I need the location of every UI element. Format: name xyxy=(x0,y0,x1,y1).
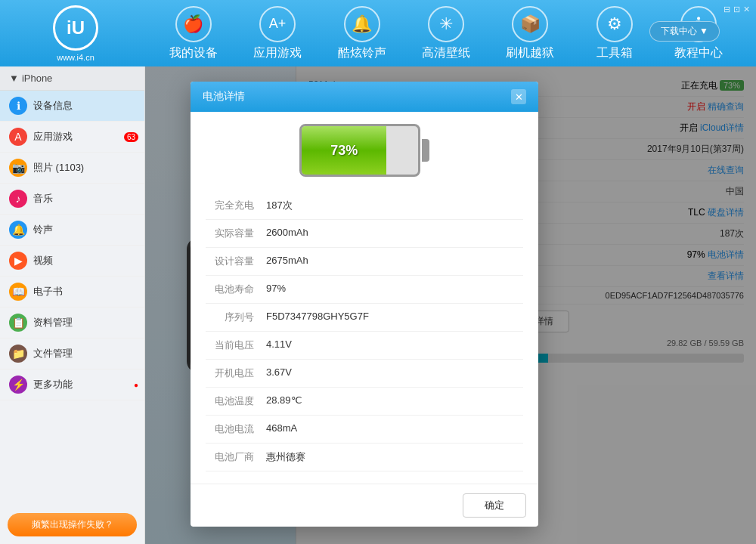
wallpaper-icon: ✳ xyxy=(428,6,464,42)
logo-icon: iU xyxy=(53,5,98,51)
nav-label-device: 我的设备 xyxy=(169,45,218,61)
detail-row-design-cap: 设计容量 2675mAh xyxy=(206,248,523,276)
logo-area: iU www.i4.cn xyxy=(8,5,144,62)
device-info-icon: ℹ xyxy=(9,97,27,115)
photos-icon: 📷 xyxy=(9,159,27,177)
nav-my-device[interactable]: 🍎 我的设备 xyxy=(163,6,224,61)
confirm-button[interactable]: 确定 xyxy=(463,493,526,518)
sidebar-item-ebook[interactable]: 📖 电子书 xyxy=(0,277,144,308)
bell-icon: 🔔 xyxy=(344,6,380,42)
detail-row-serial: 序列号 F5D7347798GHY5G7F xyxy=(206,304,523,332)
content-area: 5211a) 正在充电 73% Apple ID锁 开启 精确查询 iCloud… xyxy=(145,66,756,544)
close-icon[interactable]: ✕ xyxy=(743,5,750,14)
sidebar-item-file-mgr[interactable]: 📁 文件管理 xyxy=(0,338,144,369)
top-bar: ⊟ ⊡ ✕ iU www.i4.cn 🍎 我的设备 A+ 应用游戏 🔔 酷炫铃声… xyxy=(0,0,756,66)
device-label: ▼ iPhone xyxy=(0,66,144,91)
music-icon: ♪ xyxy=(9,190,27,208)
nav-flash[interactable]: 📦 刷机越狱 xyxy=(500,6,560,61)
nav-label-ringtones: 酷炫铃声 xyxy=(338,45,386,61)
nav-wallpaper[interactable]: ✳ 高清壁纸 xyxy=(416,6,476,61)
nav-tools[interactable]: ⚙ 工具箱 xyxy=(584,6,645,61)
modal-close-button[interactable]: ✕ xyxy=(511,89,526,104)
sidebar-item-device-info[interactable]: ℹ 设备信息 xyxy=(0,91,144,122)
detail-row-boot-voltage: 开机电压 3.67V xyxy=(206,360,523,388)
ebook-icon: 📖 xyxy=(9,283,27,301)
file-mgr-icon: 📁 xyxy=(9,345,27,363)
nav-label-flash: 刷机越狱 xyxy=(506,45,554,61)
chevron-down-icon: ▼ xyxy=(9,73,19,84)
nav-apps[interactable]: A+ 应用游戏 xyxy=(247,6,308,61)
battery-tip xyxy=(422,139,429,162)
nav-label-apps: 应用游戏 xyxy=(253,45,302,61)
more-badge: ● xyxy=(134,381,138,389)
nav-label-wallpaper: 高清壁纸 xyxy=(422,45,470,61)
download-label: 下载中心 ▼ xyxy=(661,25,708,38)
sidebar-item-data-mgr[interactable]: 📋 资料管理 xyxy=(0,308,144,338)
video-icon: ▶ xyxy=(9,252,27,270)
sidebar-item-photos[interactable]: 📷 照片 (1103) xyxy=(0,153,144,184)
modal-title: 电池详情 xyxy=(203,90,245,104)
sidebar-item-ringtone[interactable]: 🔔 铃声 xyxy=(0,215,144,246)
sidebar: ▼ iPhone ℹ 设备信息 A 应用游戏 63 📷 照片 (1103) ♪ … xyxy=(0,66,145,544)
modal-footer: 确定 xyxy=(191,484,538,527)
sidebar-item-apps[interactable]: A 应用游戏 63 xyxy=(0,122,144,153)
logo-subtitle: www.i4.cn xyxy=(57,53,94,62)
data-mgr-icon: 📋 xyxy=(9,314,27,332)
nav-label-tutorials: 教程中心 xyxy=(674,45,723,61)
sidebar-item-music[interactable]: ♪ 音乐 xyxy=(0,184,144,215)
apps-icon: A xyxy=(9,128,27,146)
battery-visual: 73% xyxy=(206,124,523,177)
app-icon: A+ xyxy=(259,6,296,42)
window-controls: ⊟ ⊡ ✕ xyxy=(723,5,750,14)
modal-header: 电池详情 ✕ xyxy=(191,82,538,112)
detail-row-voltage: 当前电压 4.11V xyxy=(206,332,523,360)
ringtone-icon: 🔔 xyxy=(9,221,27,239)
detail-row-temp: 电池温度 28.89℃ xyxy=(206,388,523,416)
nav-ringtones[interactable]: 🔔 酷炫铃声 xyxy=(332,6,392,61)
sidebar-bottom: 频繁出现操作失败？ xyxy=(0,505,144,544)
main-layout: ▼ iPhone ℹ 设备信息 A 应用游戏 63 📷 照片 (1103) ♪ … xyxy=(0,66,756,544)
gear-icon: ⚙ xyxy=(596,6,633,42)
battery-outer: 73% xyxy=(299,124,420,177)
battery-percentage: 73% xyxy=(330,143,358,159)
modal-body: 73% 完全充电 187次 实际容量 2600mAh xyxy=(191,112,538,484)
detail-row-actual-cap: 实际容量 2600mAh xyxy=(206,220,523,248)
battery-detail-modal: 电池详情 ✕ 73% 完全充电 xyxy=(191,82,538,527)
trouble-button[interactable]: 频繁出现操作失败？ xyxy=(8,513,137,536)
nav-label-tools: 工具箱 xyxy=(596,45,633,61)
sidebar-item-video[interactable]: ▶ 视频 xyxy=(0,246,144,277)
apps-badge: 63 xyxy=(124,132,138,142)
battery-fill: 73% xyxy=(302,126,386,175)
detail-row-manufacturer: 电池厂商 惠州德赛 xyxy=(206,444,523,471)
detail-row-full-charge: 完全充电 187次 xyxy=(206,192,523,220)
sidebar-item-more[interactable]: ⚡ 更多功能 ● xyxy=(0,369,144,400)
modal-overlay: 电池详情 ✕ 73% 完全充电 xyxy=(145,66,756,544)
more-icon: ⚡ xyxy=(9,376,27,394)
apple-icon: 🍎 xyxy=(175,6,212,42)
flash-icon: 📦 xyxy=(512,6,548,42)
download-button[interactable]: 下载中心 ▼ xyxy=(649,21,720,42)
detail-row-battery-life: 电池寿命 97% xyxy=(206,276,523,304)
detail-row-current: 电池电流 468mA xyxy=(206,416,523,444)
